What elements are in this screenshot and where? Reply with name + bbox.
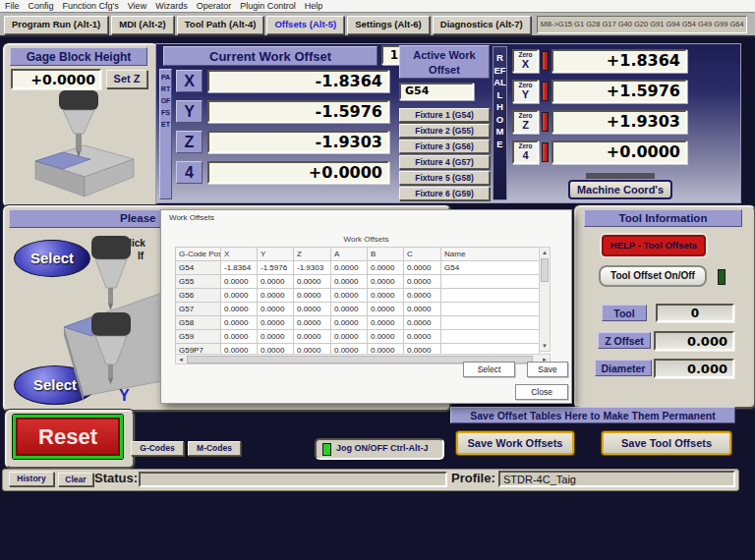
fixture-button[interactable]: Fixture 1 (G54) <box>399 108 490 122</box>
cell-x[interactable]: 0.0000 <box>221 275 258 289</box>
dialog-close-button[interactable]: Close <box>515 384 568 400</box>
menu-item[interactable]: Function Cfg's <box>63 1 119 11</box>
cell-a[interactable]: 0.0000 <box>331 316 368 330</box>
gcodes-button[interactable]: G-Codes <box>131 441 184 456</box>
cell-gcode[interactable]: G57 <box>176 303 221 316</box>
table-row[interactable]: G55 0.0000 0.0000 0.0000 0.0000 0.0000 0… <box>176 275 540 289</box>
dialog-save-button[interactable]: Save <box>527 362 568 377</box>
cell-c[interactable]: 0.0000 <box>404 316 441 330</box>
cell-name[interactable]: G54 <box>441 261 540 275</box>
tab-diagnostics[interactable]: Diagnostics (Alt-7) <box>433 16 531 34</box>
cell-name[interactable] <box>441 316 540 330</box>
cell-c[interactable]: 0.0000 <box>404 303 441 316</box>
cell-z[interactable]: -1.9303 <box>294 261 331 275</box>
cell-a[interactable]: 0.0000 <box>331 289 368 303</box>
cell-x[interactable]: 0.0000 <box>221 330 258 344</box>
scrollbar-thumb[interactable] <box>541 258 549 282</box>
tool-number-dro[interactable]: 0 <box>656 304 734 322</box>
save-tool-offsets-button[interactable]: Save Tool Offsets <box>602 431 731 455</box>
cell-y[interactable]: 0.0000 <box>258 275 294 289</box>
tab-offsets[interactable]: Offsets (Alt-5) <box>266 16 344 34</box>
fixture-button[interactable]: Fixture 2 (G55) <box>399 124 490 138</box>
cell-gcode[interactable]: G54 <box>176 261 221 275</box>
cell-b[interactable]: 0.0000 <box>368 275 404 289</box>
scroll-left-icon[interactable]: ◄ <box>176 355 186 364</box>
tool-offset-on-off-button[interactable]: Tool Offset On/Off <box>599 265 707 287</box>
table-row[interactable]: G59 0.0000 0.0000 0.0000 0.0000 0.0000 0… <box>176 330 540 344</box>
gage-block-height-dro[interactable]: +0.0000 <box>11 69 101 89</box>
menu-item[interactable]: Plugin Control <box>240 1 296 11</box>
cell-name[interactable] <box>441 275 540 289</box>
cell-x[interactable]: -1.8364 <box>221 261 258 275</box>
work-offset-x-dro[interactable]: -1.8364 <box>207 70 389 92</box>
history-button[interactable]: History <box>9 472 54 486</box>
save-work-offsets-button[interactable]: Save Work Offsets <box>456 431 574 455</box>
fixture-button[interactable]: Fixture 6 (G59) <box>399 187 490 200</box>
cell-name[interactable] <box>441 330 540 344</box>
cell-gcode[interactable]: G56 <box>176 289 221 303</box>
cell-y[interactable]: 0.0000 <box>258 303 294 316</box>
menu-item[interactable]: File <box>5 1 20 11</box>
cell-a[interactable]: 0.0000 <box>331 303 368 316</box>
set-z-button[interactable]: Set Z <box>106 70 147 88</box>
cell-z[interactable]: 0.0000 <box>294 316 331 330</box>
clear-button[interactable]: Clear <box>58 473 93 486</box>
cell-z[interactable]: 0.0000 <box>294 303 331 316</box>
cell-z[interactable]: 0.0000 <box>294 275 331 289</box>
fixture-button[interactable]: Fixture 4 (G57) <box>399 155 490 169</box>
mcodes-button[interactable]: M-Codes <box>188 441 241 456</box>
cell-c[interactable]: 0.0000 <box>404 275 441 289</box>
z-offset-dro[interactable]: 0.000 <box>654 331 734 351</box>
profile-field[interactable]: STDR-4C_Taig <box>498 471 735 487</box>
help-tool-offsets-button[interactable]: HELP - Tool Offsets <box>602 235 706 256</box>
cell-z[interactable]: 0.0000 <box>294 289 331 303</box>
vertical-scrollbar[interactable]: ▲ ▼ <box>539 247 551 352</box>
tab-program-run[interactable]: Program Run (Alt-1) <box>4 16 108 34</box>
cell-name[interactable] <box>441 303 540 316</box>
scroll-up-icon[interactable]: ▲ <box>540 248 550 257</box>
cell-name[interactable] <box>441 289 540 303</box>
cell-a[interactable]: 0.0000 <box>331 330 368 344</box>
cell-y[interactable]: 0.0000 <box>258 289 294 303</box>
menu-item[interactable]: Config <box>29 1 54 11</box>
cell-y[interactable]: 0.0000 <box>258 316 294 330</box>
reset-button[interactable]: Reset <box>13 415 123 459</box>
menu-item[interactable]: View <box>128 1 146 11</box>
zero-y-button[interactable]: Zero Y <box>512 80 539 103</box>
tab-mdi[interactable]: MDI (Alt-2) <box>111 16 174 34</box>
cell-b[interactable]: 0.0000 <box>368 316 404 330</box>
cell-a[interactable]: 0.0000 <box>331 275 368 289</box>
work-offsets-table[interactable]: G-Code PosXYZABCName G54 -1.8364 -1.5976… <box>175 247 540 358</box>
cell-y[interactable]: -1.5976 <box>258 261 294 275</box>
tab-tool-path[interactable]: Tool Path (Alt-4) <box>177 16 264 34</box>
cell-c[interactable]: 0.0000 <box>404 261 441 275</box>
ref-all-home-button[interactable]: REF ALL HOME <box>493 46 507 200</box>
active-work-offset-dro[interactable]: G54 <box>399 83 474 100</box>
machine-x-dro[interactable]: +1.8364 <box>552 49 687 73</box>
machine-y-dro[interactable]: +1.5976 <box>552 80 687 103</box>
cell-x[interactable]: 0.0000 <box>221 289 258 303</box>
work-offset-z-dro[interactable]: -1.9303 <box>207 131 389 153</box>
zero-4-button[interactable]: Zero 4 <box>512 140 539 164</box>
machine-z-dro[interactable]: +1.9303 <box>552 110 687 134</box>
cell-z[interactable]: 0.0000 <box>294 330 331 344</box>
scroll-down-icon[interactable]: ▼ <box>540 341 550 351</box>
zero-x-button[interactable]: Zero X <box>512 49 539 73</box>
menu-item[interactable]: Operator <box>197 1 232 11</box>
cell-b[interactable]: 0.0000 <box>368 289 404 303</box>
table-row[interactable]: G58 0.0000 0.0000 0.0000 0.0000 0.0000 0… <box>176 316 540 330</box>
cell-x[interactable]: 0.0000 <box>221 316 258 330</box>
cell-gcode[interactable]: G55 <box>176 275 221 289</box>
cell-a[interactable]: 0.0000 <box>331 261 368 275</box>
menu-item[interactable]: Help <box>305 1 323 11</box>
dialog-select-button[interactable]: Select <box>463 362 515 377</box>
work-offset-4-dro[interactable]: +0.0000 <box>207 161 389 184</box>
table-row[interactable]: G54 -1.8364 -1.5976 -1.9303 0.0000 0.000… <box>176 261 540 275</box>
cell-b[interactable]: 0.0000 <box>368 261 404 275</box>
menu-item[interactable]: Wizards <box>155 1 188 11</box>
cell-b[interactable]: 0.0000 <box>368 330 404 344</box>
fixture-button[interactable]: Fixture 3 (G56) <box>399 140 490 153</box>
jog-on-off-label[interactable]: Jog ON/OFF Ctrl-Alt-J <box>336 443 429 453</box>
cell-gcode[interactable]: G58 <box>176 316 221 330</box>
zero-z-button[interactable]: Zero Z <box>512 110 539 134</box>
